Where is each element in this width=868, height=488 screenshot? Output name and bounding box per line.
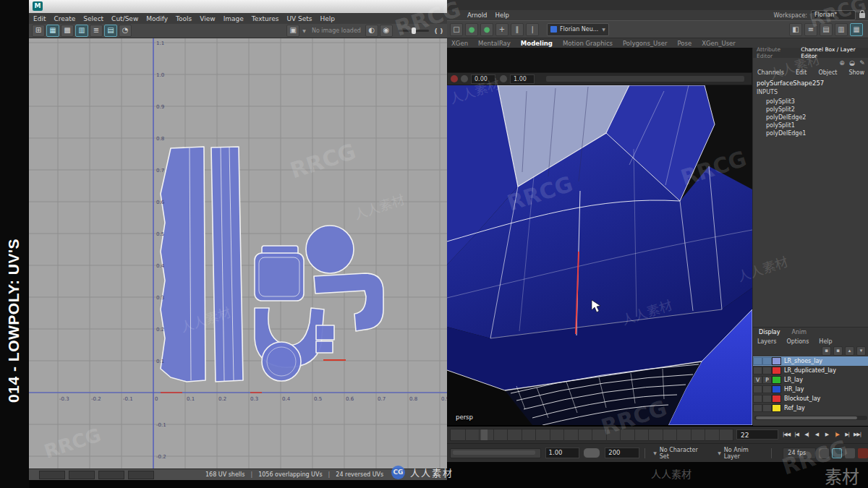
playback-go-end[interactable]: ▶▶| <box>852 429 862 440</box>
uv-shells[interactable] <box>161 147 383 382</box>
hud-option-icon[interactable] <box>461 75 468 82</box>
chevron-down-icon[interactable]: ▼ <box>653 450 657 455</box>
fps-dropdown[interactable]: 24 fps ▼ <box>783 448 816 459</box>
uv-toolbar-icon-0[interactable]: ⊞ <box>32 25 45 37</box>
uv-toolbar-icon-2[interactable]: ▩ <box>61 25 74 37</box>
panel-toggle-icon-3[interactable]: ▥ <box>835 23 848 36</box>
shelf-tab-modeling[interactable]: Modeling <box>521 40 553 47</box>
shelf-tab-mentalray[interactable]: MentalRay <box>478 40 511 47</box>
layer-color-swatch[interactable] <box>772 376 781 384</box>
uv-menu-image[interactable]: Image <box>224 15 244 22</box>
range-knob[interactable] <box>583 448 600 458</box>
viewport-3d-model[interactable] <box>447 48 752 425</box>
image-dim-slider[interactable] <box>399 30 429 32</box>
anim-layer-dropdown[interactable]: No Anim Layer <box>724 447 767 460</box>
layer-visibility-toggle[interactable] <box>753 395 762 403</box>
texture-display-icon[interactable]: ▣ <box>286 25 299 37</box>
channel-menu-channels[interactable]: Channels <box>757 69 784 76</box>
uv-menu-select[interactable]: Select <box>83 15 103 22</box>
scrollbar-thumb[interactable] <box>756 416 857 419</box>
maya-toolbar-icon-0[interactable]: □ <box>450 23 463 36</box>
range-start-field[interactable]: 1.00 <box>545 448 580 458</box>
uv-menu-uvsets[interactable]: UV Sets <box>286 15 312 22</box>
layer-playback-toggle[interactable] <box>762 395 772 403</box>
layer-visibility-toggle[interactable] <box>753 367 762 374</box>
channel-menu-show[interactable]: Show <box>848 69 864 76</box>
lock-icon[interactable] <box>859 13 865 18</box>
uv-shells-canvas[interactable]: -0.3-0.2-0.100.10.20.30.40.50.60.70.80.9… <box>29 38 447 468</box>
mute-icon[interactable] <box>845 448 855 458</box>
layer-row[interactable]: LR_duplicated_lay <box>753 366 868 375</box>
layer-visibility-toggle[interactable] <box>753 357 762 365</box>
range-end-field[interactable]: 200 <box>605 448 639 458</box>
layer-scrollbar[interactable] <box>754 416 867 420</box>
layer-visibility-toggle[interactable] <box>753 404 762 412</box>
uv-menu-view[interactable]: View <box>200 15 215 22</box>
new-layer-icon[interactable]: ▪ <box>822 346 831 356</box>
layer-color-swatch[interactable] <box>772 357 781 365</box>
playback-play-fwd[interactable]: ▶ <box>822 429 832 440</box>
slider-knob[interactable] <box>412 27 416 34</box>
uv-menu-tools[interactable]: Tools <box>176 15 192 22</box>
layer-playback-toggle[interactable] <box>762 357 772 365</box>
layer-menu-options[interactable]: Options <box>782 338 814 345</box>
uv-coord-field[interactable] <box>69 471 95 479</box>
uv-toolbar-icon-5[interactable]: ▤ <box>104 25 117 37</box>
uv-menu-help[interactable]: Help <box>320 15 336 22</box>
shelf-tab-xgenuser[interactable]: XGen_User <box>702 40 736 47</box>
workspace-select[interactable]: Florian* <box>811 10 856 20</box>
uv-menu-cutsew[interactable]: Cut/Sew <box>111 15 138 22</box>
hud-field-2[interactable]: 1.00 <box>510 74 535 84</box>
uv-coord-field[interactable] <box>98 471 124 479</box>
uv-editor-titlebar[interactable]: M <box>29 0 447 14</box>
playback-prev-key[interactable]: ◀| <box>801 429 812 440</box>
layer-color-swatch[interactable] <box>772 367 781 374</box>
uv-coord-field[interactable] <box>128 471 154 479</box>
new-layer-selected-icon[interactable]: ▪ <box>833 346 843 356</box>
hud-option-icon[interactable] <box>500 75 507 82</box>
layer-menu-help[interactable]: Help <box>814 338 838 345</box>
playback-next-key[interactable]: ▶| <box>842 429 852 440</box>
layer-playback-toggle[interactable] <box>762 404 772 412</box>
input-node[interactable]: polySplit2 <box>753 106 868 114</box>
chevron-down-icon[interactable]: ▼ <box>302 28 306 33</box>
layer-visibility-toggle[interactable]: V <box>753 376 762 384</box>
uv-toolbar-icon-4[interactable]: ≣ <box>90 25 103 37</box>
layer-row[interactable]: Ref_lay <box>753 403 868 413</box>
maya-toolbar-icon-5[interactable]: ❘ <box>526 23 539 36</box>
panel-toggle-icon-4[interactable]: ▦ <box>850 23 863 36</box>
maya-menu-arnold[interactable]: Arnold <box>467 12 488 19</box>
shelf-tab-motiongraphics[interactable]: Motion Graphics <box>563 40 613 47</box>
uv-coord-field[interactable] <box>39 471 65 479</box>
shelf-tab-pose[interactable]: Pose <box>677 40 692 47</box>
layer-menu-layers[interactable]: Layers <box>753 338 782 345</box>
playback-next-frame[interactable]: |▶ <box>832 429 842 440</box>
gamma-icon[interactable]: ◉ <box>380 25 393 37</box>
move-layer-up-icon[interactable]: ▴ <box>845 346 854 356</box>
character-set-dropdown[interactable]: No Character Set <box>660 447 709 460</box>
current-frame-marker[interactable] <box>481 429 488 440</box>
input-node[interactable]: polySplit3 <box>753 98 868 106</box>
panel-toggle-icon-0[interactable]: ◧ <box>789 23 802 36</box>
uv-menu-textures[interactable]: Textures <box>252 15 279 22</box>
shelf-tab-polygonsuser[interactable]: Polygons_User <box>623 40 667 47</box>
maya-toolbar-icon-3[interactable]: + <box>495 23 509 36</box>
time-slider-track[interactable] <box>450 429 733 441</box>
range-slider[interactable] <box>450 448 541 458</box>
uv-toolbar-icon-6[interactable]: ◔ <box>119 25 132 37</box>
uv-menu-create[interactable]: Create <box>54 15 75 22</box>
maya-menu-help[interactable]: Help <box>495 12 509 19</box>
layer-playback-toggle[interactable] <box>762 385 772 393</box>
move-layer-down-icon[interactable]: ▾ <box>856 346 866 356</box>
layer-tab-display[interactable]: Display <box>753 329 786 335</box>
viewport-3d[interactable]: 0.00 1.00 persp <box>447 48 752 425</box>
layer-row[interactable]: VPLR_lay <box>753 375 868 385</box>
animation-prefs-icon[interactable] <box>832 448 842 458</box>
uv-menu-edit[interactable]: Edit <box>33 15 46 22</box>
playback-options-icon[interactable] <box>819 448 829 458</box>
layer-row[interactable]: HR_lay <box>753 385 868 394</box>
input-node[interactable]: polyDelEdge1 <box>753 129 868 137</box>
tab-attribute-editor[interactable]: Attribute Editor <box>753 46 797 59</box>
exposure-icon[interactable]: ◐ <box>365 25 378 37</box>
panel-toggle-icon-1[interactable]: ≡ <box>804 23 817 36</box>
